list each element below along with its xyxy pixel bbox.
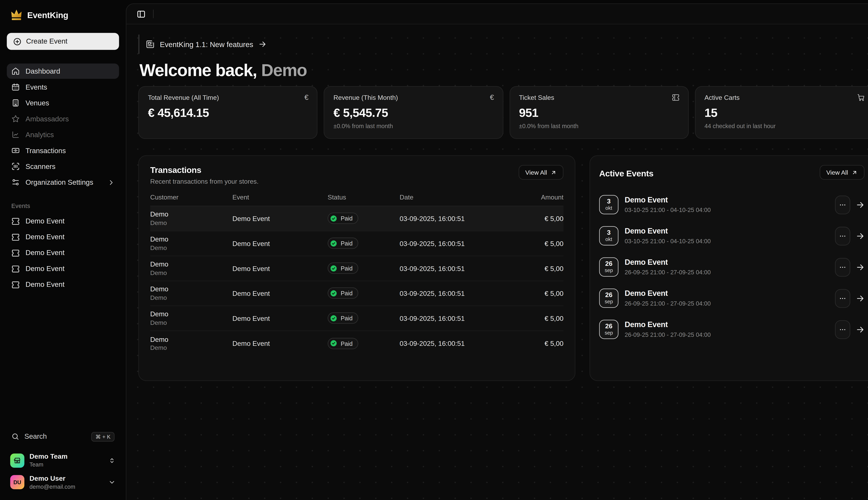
- release-banner[interactable]: EventKing 1.1: New features: [138, 35, 266, 54]
- event-open-arrow[interactable]: [856, 325, 865, 334]
- customer-subname: Demo: [150, 294, 232, 302]
- event-name: Demo Event: [232, 315, 328, 322]
- banknote-icon: [11, 146, 20, 155]
- event-date-range: 03-10-25 21:00 - 04-10-25 04:00: [625, 207, 711, 214]
- sidebar-event-label: Demo Event: [25, 233, 65, 241]
- event-options-button[interactable]: [835, 195, 850, 214]
- transactions-view-all-button[interactable]: View All: [518, 165, 563, 180]
- active-events-list: 3 okt Demo Event 03-10-25 21:00 - 04-10-…: [599, 192, 864, 342]
- sidebar-item-label: Organization Settings: [25, 178, 93, 186]
- transaction-date: 03-09-2025, 16:00:51: [400, 289, 511, 297]
- stat-value: 951: [519, 106, 679, 120]
- dashboard-content: EventKing 1.1: New features Welcome back…: [126, 24, 868, 500]
- transaction-amount: € 5,00: [511, 240, 563, 248]
- event-options-button[interactable]: [835, 258, 850, 276]
- arrow-right-icon: [856, 325, 865, 334]
- stat-value: 15: [705, 106, 865, 120]
- arrow-right-icon: [856, 263, 865, 271]
- sidebar-item-organization-settings[interactable]: Organization Settings: [7, 175, 119, 190]
- arrow-right-icon: [258, 40, 266, 48]
- status-badge: Paid: [328, 287, 358, 299]
- newspaper-icon: [146, 40, 155, 49]
- team-avatar: [10, 454, 24, 468]
- status-badge: Paid: [328, 213, 358, 224]
- arrow-right-icon: [856, 200, 865, 209]
- table-row[interactable]: Demo Demo Demo Event Paid: [150, 206, 563, 231]
- event-month: sep: [605, 268, 613, 273]
- sidebar-item-scanners[interactable]: Scanners: [7, 159, 119, 174]
- sidebar-toggle-button[interactable]: [137, 9, 146, 19]
- table-row[interactable]: Demo Demo Demo Event Paid: [150, 231, 563, 256]
- stat-label: Total Revenue (All Time): [148, 94, 308, 101]
- ellipsis-icon: [839, 294, 846, 302]
- status-text: Paid: [341, 265, 353, 272]
- event-options-button[interactable]: [835, 226, 850, 245]
- sidebar-item-dashboard[interactable]: Dashboard: [7, 64, 119, 79]
- event-options-button[interactable]: [835, 289, 850, 308]
- table-row[interactable]: Demo Demo Demo Event Paid: [150, 331, 563, 356]
- event-month: sep: [605, 299, 613, 304]
- building-icon: [11, 99, 20, 107]
- stat-card-ticket-sales: Ticket Sales 951 ±0.0% from last month: [509, 86, 689, 139]
- table-header-row: Customer Event Status Date Amount: [150, 194, 563, 206]
- stat-subtext: ±0.0% from last month: [333, 122, 493, 129]
- sidebar-event-label: Demo Event: [25, 217, 65, 225]
- transactions-panel: Transactions Recent transactions from yo…: [138, 155, 575, 381]
- crown-icon: [10, 9, 23, 20]
- search-row[interactable]: Search ⌘ + K: [7, 428, 119, 445]
- status-badge: Paid: [328, 263, 358, 274]
- ticket-icon: [11, 232, 20, 241]
- column-header-event: Event: [232, 194, 328, 201]
- event-date-badge: 3 okt: [599, 195, 618, 214]
- event-title: Demo Event: [625, 320, 711, 330]
- event-open-arrow[interactable]: [856, 294, 865, 303]
- table-row[interactable]: Demo Demo Demo Event Paid: [150, 256, 563, 281]
- user-name: Demo User: [30, 475, 75, 482]
- sidebar-item-analytics[interactable]: Analytics: [7, 127, 119, 142]
- plus-circle-icon: [13, 37, 22, 46]
- create-event-button[interactable]: Create Event: [7, 33, 119, 50]
- app: EventKing Create Event Dashboard Events …: [0, 0, 868, 500]
- transaction-date: 03-09-2025, 16:00:51: [400, 240, 511, 248]
- sidebar-event-item[interactable]: Demo Event: [7, 229, 119, 244]
- sidebar-item-ambassadors[interactable]: Ambassadors: [7, 111, 119, 126]
- sidebar-event-item[interactable]: Demo Event: [7, 261, 119, 276]
- event-date-range: 26-09-25 21:00 - 27-09-25 04:00: [625, 331, 711, 338]
- topbar-divider: [153, 10, 153, 18]
- ticket-icon: [11, 264, 20, 273]
- sidebar-item-events[interactable]: Events: [7, 79, 119, 95]
- sidebar-item-transactions[interactable]: Transactions: [7, 143, 119, 158]
- events-section-label: Events: [7, 202, 119, 209]
- sidebar-item-venues[interactable]: Venues: [7, 95, 119, 111]
- active-event-item: 3 okt Demo Event 03-10-25 21:00 - 04-10-…: [599, 224, 864, 248]
- sidebar-event-item[interactable]: Demo Event: [7, 214, 119, 228]
- check-circle-icon: [330, 289, 337, 297]
- sidebar-events-list: Demo Event Demo Event Demo Event Demo Ev…: [7, 214, 119, 292]
- sidebar-item-label: Transactions: [25, 147, 66, 155]
- check-circle-icon: [330, 340, 337, 347]
- event-open-arrow[interactable]: [856, 200, 865, 209]
- customer-subname: Demo: [150, 244, 232, 252]
- active-events-view-all-button[interactable]: View All: [820, 165, 865, 180]
- event-open-arrow[interactable]: [856, 263, 865, 271]
- customer-name: Demo: [150, 211, 232, 218]
- team-switcher[interactable]: Demo Team Team: [7, 451, 119, 470]
- transaction-amount: € 5,00: [511, 315, 563, 322]
- sidebar-event-item[interactable]: Demo Event: [7, 246, 119, 260]
- event-open-arrow[interactable]: [856, 231, 865, 240]
- page-title: Welcome back, Demo: [139, 59, 868, 81]
- view-all-label: View All: [525, 169, 547, 176]
- sidebar-event-item[interactable]: Demo Event: [7, 277, 119, 292]
- event-date-range: 26-09-25 21:00 - 27-09-25 04:00: [625, 300, 711, 307]
- user-menu[interactable]: DU Demo User demo@email.com: [7, 473, 119, 492]
- welcome-prefix: Welcome back,: [139, 60, 257, 79]
- table-row[interactable]: Demo Demo Demo Event Paid: [150, 306, 563, 331]
- table-row[interactable]: Demo Demo Demo Event Paid: [150, 281, 563, 306]
- event-options-button[interactable]: [835, 320, 850, 339]
- ellipsis-icon: [839, 201, 846, 208]
- event-name: Demo Event: [232, 264, 328, 272]
- arrow-right-icon: [856, 294, 865, 303]
- sidebar-item-label: Venues: [25, 99, 49, 107]
- customer-name: Demo: [150, 260, 232, 269]
- check-circle-icon: [330, 215, 337, 222]
